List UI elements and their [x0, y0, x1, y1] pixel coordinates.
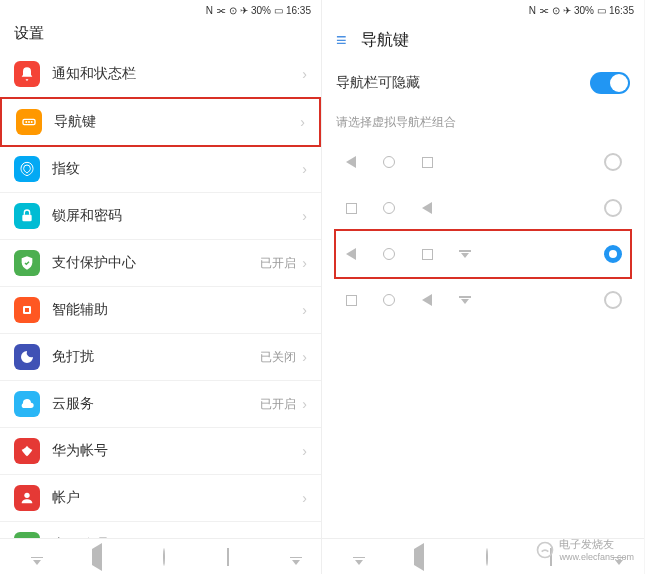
watermark-url: www.elecfans.com	[559, 552, 634, 562]
item-label: 智能辅助	[52, 301, 302, 319]
nav-home-icon	[382, 293, 396, 307]
nav-down-icon	[458, 293, 472, 307]
nav-home-icon[interactable]	[163, 549, 165, 565]
item-label: 通知和状态栏	[52, 65, 302, 83]
fingerprint-icon	[14, 156, 40, 182]
hide-navbar-toggle-row[interactable]: 导航栏可隐藏	[322, 60, 644, 106]
settings-item-shield[interactable]: 支付保护中心已开启›	[0, 240, 321, 287]
item-label: 免打扰	[52, 348, 260, 366]
airplane-icon: ✈	[563, 5, 571, 16]
nav-home-icon	[382, 247, 396, 261]
svg-point-2	[28, 121, 30, 123]
chevron-right-icon: ›	[302, 443, 307, 459]
clock: 16:35	[609, 5, 634, 16]
status-bar: N ⫘ ⊙ ✈ 30% ▭ 16:35	[322, 0, 644, 20]
settings-item-nav[interactable]: 导航键›	[0, 97, 321, 147]
item-status: 已关闭	[260, 349, 296, 366]
wifi-icon: ⊙	[552, 5, 560, 16]
chevron-right-icon: ›	[302, 302, 307, 318]
nav-home-icon	[382, 155, 396, 169]
settings-item-chip[interactable]: 智能辅助›	[0, 287, 321, 334]
svg-rect-6	[25, 308, 29, 312]
nav-down-icon	[458, 247, 472, 261]
settings-item-fingerprint[interactable]: 指纹›	[0, 146, 321, 193]
item-status: 已开启	[260, 255, 296, 272]
wifi-icon: ⊙	[229, 5, 237, 16]
chevron-right-icon: ›	[302, 490, 307, 506]
nav-recent-icon	[344, 201, 358, 215]
nfc-icon: N	[529, 5, 536, 16]
watermark: 电子发烧友 www.elecfans.com	[535, 537, 634, 562]
toggle-switch[interactable]	[590, 72, 630, 94]
nav-keys-preview	[344, 201, 596, 215]
item-label: 锁屏和密码	[52, 207, 302, 225]
user-icon	[14, 485, 40, 511]
settings-item-lock[interactable]: 锁屏和密码›	[0, 193, 321, 240]
nfc-icon: N	[206, 5, 213, 16]
shield-icon	[14, 250, 40, 276]
nav-layout-option-0[interactable]	[336, 139, 630, 185]
battery-icon: ▭	[597, 5, 606, 16]
nav-keys-preview	[344, 293, 596, 307]
nav-back-icon	[344, 247, 358, 261]
watermark-text: 电子发烧友	[559, 537, 634, 552]
item-label: 华为帐号	[52, 442, 302, 460]
menu-icon[interactable]: ≡	[336, 30, 347, 51]
nav-keys-preview	[344, 247, 596, 261]
chevron-right-icon: ›	[302, 161, 307, 177]
chevron-right-icon: ›	[302, 208, 307, 224]
settings-item-cloud[interactable]: 云服务已开启›	[0, 381, 321, 428]
nav-home-icon[interactable]	[486, 549, 488, 565]
cloud-icon	[14, 391, 40, 417]
clock: 16:35	[286, 5, 311, 16]
nav-recent-icon[interactable]	[227, 549, 229, 565]
nav-back-icon[interactable]	[92, 549, 102, 565]
lock-icon	[14, 203, 40, 229]
settings-item-moon[interactable]: 免打扰已关闭›	[0, 334, 321, 381]
header: ≡ 导航键	[322, 20, 644, 60]
signal-icon: ⫘	[539, 5, 549, 16]
svg-point-7	[24, 493, 29, 498]
nav-back-icon	[420, 293, 434, 307]
nav-layout-option-2[interactable]	[334, 229, 632, 279]
huawei-icon	[14, 438, 40, 464]
bell-icon	[14, 61, 40, 87]
item-label: 导航键	[54, 113, 300, 131]
settings-screen: N ⫘ ⊙ ✈ 30% ▭ 16:35 设置 通知和状态栏›导航键›指纹›锁屏和…	[0, 0, 322, 574]
radio-button[interactable]	[604, 153, 622, 171]
chevron-right-icon: ›	[302, 255, 307, 271]
nav-layout-option-3[interactable]	[336, 277, 630, 323]
page-title: 导航键	[361, 30, 409, 51]
nav-icon	[16, 109, 42, 135]
status-bar: N ⫘ ⊙ ✈ 30% ▭ 16:35	[0, 0, 321, 20]
system-nav-bar[interactable]	[0, 538, 321, 574]
battery-percent: 30%	[251, 5, 271, 16]
section-label: 请选择虚拟导航栏组合	[322, 106, 644, 139]
nav-recent-icon	[420, 247, 434, 261]
signal-icon: ⫘	[216, 5, 226, 16]
settings-item-bell[interactable]: 通知和状态栏›	[0, 51, 321, 98]
settings-item-apps[interactable]: 应用管理›	[0, 522, 321, 538]
page-title: 设置	[0, 20, 321, 51]
chip-icon	[14, 297, 40, 323]
nav-back-icon	[420, 201, 434, 215]
radio-button[interactable]	[604, 199, 622, 217]
radio-button[interactable]	[604, 291, 622, 309]
airplane-icon: ✈	[240, 5, 248, 16]
nav-back-icon[interactable]	[414, 549, 424, 565]
svg-point-1	[25, 121, 27, 123]
nav-home-icon	[382, 201, 396, 215]
item-label: 帐户	[52, 489, 302, 507]
battery-icon: ▭	[274, 5, 283, 16]
nav-layout-option-1[interactable]	[336, 185, 630, 231]
nav-keys-preview	[344, 155, 596, 169]
toggle-label: 导航栏可隐藏	[336, 74, 420, 92]
chevron-right-icon: ›	[302, 396, 307, 412]
radio-button[interactable]	[604, 245, 622, 263]
settings-item-user[interactable]: 帐户›	[0, 475, 321, 522]
chevron-right-icon: ›	[302, 349, 307, 365]
settings-item-huawei[interactable]: 华为帐号›	[0, 428, 321, 475]
battery-percent: 30%	[574, 5, 594, 16]
nav-recent-icon	[344, 293, 358, 307]
item-status: 已开启	[260, 396, 296, 413]
